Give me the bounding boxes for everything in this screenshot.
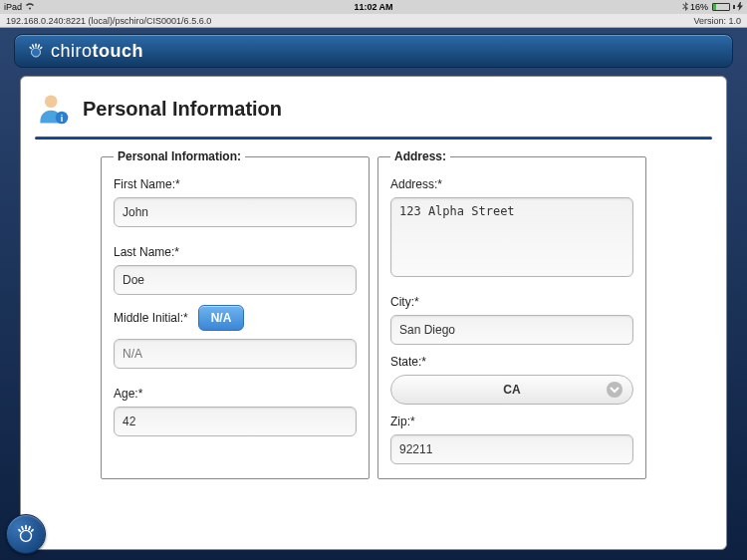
middle-initial-input[interactable]: [114, 339, 357, 369]
svg-rect-4: [29, 46, 32, 49]
status-left: iPad: [4, 2, 250, 12]
corner-badge-button[interactable]: [6, 514, 46, 554]
brand-prefix: chiro: [51, 41, 93, 61]
page-title: Personal Information: [83, 98, 282, 121]
svg-rect-14: [31, 528, 35, 532]
address-legend: Address:: [390, 149, 450, 163]
url-bar: 192.168.0.240:8221 (local)/pschiro/CIS00…: [0, 14, 747, 28]
page-header: i Personal Information: [35, 87, 712, 135]
battery-icon: [712, 3, 730, 11]
svg-rect-5: [40, 46, 43, 49]
first-name-label: First Name:*: [114, 177, 357, 191]
svg-rect-1: [35, 44, 37, 48]
city-input[interactable]: [390, 315, 633, 345]
content-card: i Personal Information Personal Informat…: [20, 76, 727, 550]
age-input[interactable]: [114, 407, 357, 436]
chevron-down-icon: [607, 382, 622, 398]
zip-input[interactable]: [390, 434, 633, 464]
age-label: Age:*: [114, 387, 357, 401]
wifi-icon: [25, 2, 35, 12]
state-select[interactable]: CA: [390, 375, 633, 405]
svg-point-6: [45, 96, 58, 109]
svg-point-0: [32, 48, 41, 57]
state-label: State:*: [390, 355, 633, 369]
charging-icon: [737, 2, 743, 13]
app-frame: chirotouch i Personal Information Person…: [0, 28, 747, 560]
middle-initial-label: Middle Initial:*: [114, 311, 188, 325]
state-value: CA: [503, 383, 520, 397]
version-text: Version: 1.0: [693, 16, 741, 26]
zip-label: Zip:*: [390, 415, 633, 428]
address-label: Address:*: [390, 177, 633, 191]
brand-suffix: touch: [93, 41, 144, 61]
ios-status-bar: iPad 11:02 AM 16%: [0, 0, 747, 14]
header-divider: [35, 137, 712, 140]
battery-percent: 16%: [690, 2, 708, 12]
status-time: 11:02 AM: [250, 2, 496, 12]
brand-bar: chirotouch: [14, 34, 733, 68]
person-info-icon: i: [35, 91, 71, 127]
personal-fieldset: Personal Information: First Name:* Last …: [101, 149, 370, 479]
svg-rect-11: [21, 526, 24, 531]
address-fieldset: Address: Address:* City:* State:* CA Zip…: [377, 149, 646, 479]
brand-logo-icon: [27, 42, 45, 60]
city-label: City:*: [390, 295, 633, 309]
device-label: iPad: [4, 2, 22, 12]
svg-rect-3: [38, 44, 41, 48]
svg-rect-2: [32, 44, 35, 48]
last-name-input[interactable]: [114, 265, 357, 295]
svg-point-9: [21, 530, 32, 541]
svg-rect-13: [18, 528, 22, 532]
url-text: 192.168.0.240:8221 (local)/pschiro/CIS00…: [6, 16, 211, 26]
status-right: 16%: [497, 2, 743, 13]
form-columns: Personal Information: First Name:* Last …: [35, 149, 712, 479]
address-input[interactable]: [390, 197, 633, 277]
last-name-label: Last Name:*: [114, 245, 357, 259]
svg-rect-10: [25, 525, 27, 530]
svg-text:i: i: [61, 114, 64, 124]
bluetooth-icon: [682, 2, 688, 13]
brand-text: chirotouch: [51, 41, 143, 62]
first-name-input[interactable]: [114, 197, 357, 227]
na-button[interactable]: N/A: [198, 305, 245, 331]
personal-legend: Personal Information:: [114, 149, 245, 163]
svg-rect-12: [28, 526, 31, 531]
